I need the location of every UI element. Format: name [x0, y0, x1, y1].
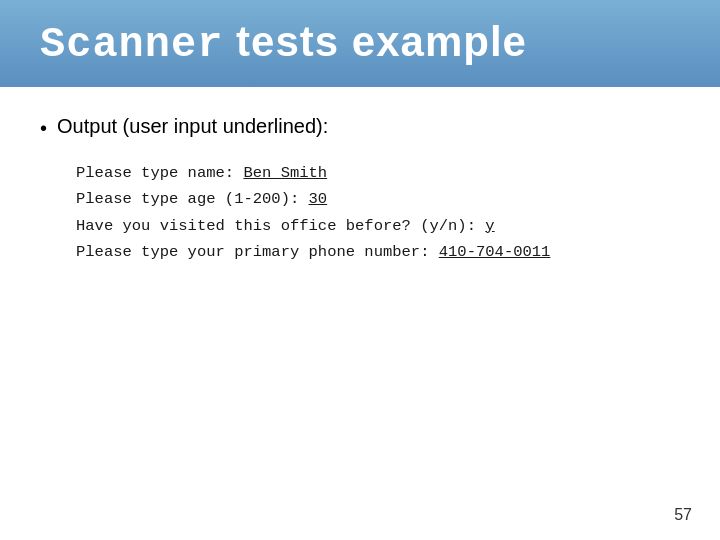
line3-prefix: Have you visited this office before? (y/… [76, 217, 485, 235]
title-rest: tests example [223, 18, 527, 65]
page-title: Scanner tests example [40, 18, 527, 69]
line1-value: Ben Smith [243, 164, 327, 182]
line2-value: 30 [309, 190, 328, 208]
header-section: Scanner tests example [0, 0, 720, 87]
code-line-1: Please type name: Ben Smith [76, 160, 680, 186]
bullet-section: • Output (user input underlined): [40, 115, 680, 140]
main-content: • Output (user input underlined): Please… [0, 87, 720, 285]
code-line-2: Please type age (1-200): 30 [76, 186, 680, 212]
line1-prefix: Please type name: [76, 164, 243, 182]
line3-value: y [485, 217, 494, 235]
line4-prefix: Please type your primary phone number: [76, 243, 439, 261]
page-number: 57 [674, 506, 692, 524]
line2-prefix: Please type age (1-200): [76, 190, 309, 208]
scanner-word: Scanner [40, 21, 223, 69]
code-block: Please type name: Ben Smith Please type … [76, 160, 680, 265]
bullet-icon: • [40, 117, 47, 140]
code-line-3: Have you visited this office before? (y/… [76, 213, 680, 239]
code-line-4: Please type your primary phone number: 4… [76, 239, 680, 265]
section-title: Output (user input underlined): [57, 115, 328, 138]
line4-value: 410-704-0011 [439, 243, 551, 261]
